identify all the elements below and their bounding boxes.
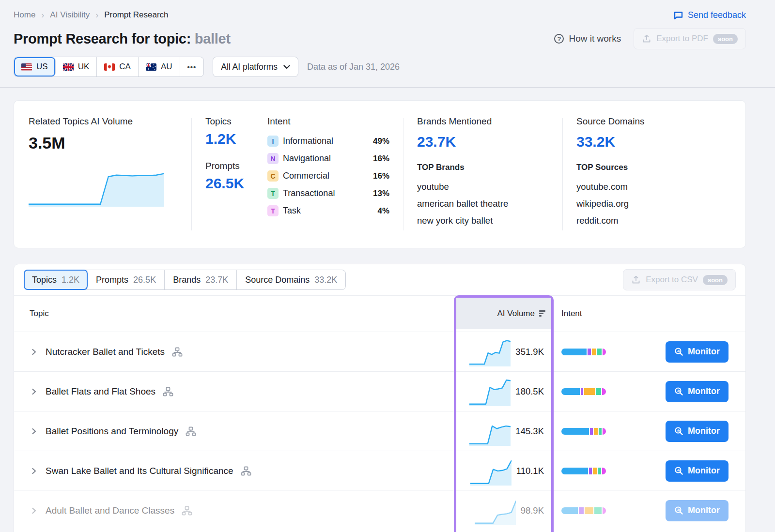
send-feedback-link[interactable]: Send feedback	[673, 10, 746, 20]
topic-name[interactable]: Ballet Positions and Terminology	[46, 426, 178, 437]
topic-name[interactable]: Nutcracker Ballet and Tickets	[46, 347, 165, 357]
topic-name[interactable]: Adult Ballet and Dance Classes	[46, 505, 174, 516]
intent-legend-row: NNavigational16%	[267, 153, 389, 164]
prompts-value: 26.5K	[205, 175, 267, 192]
source-domains-label: Source Domains	[576, 116, 731, 127]
topic-name[interactable]: Ballet Flats and Flat Shoes	[46, 386, 155, 397]
chat-bubble-icon	[673, 10, 683, 20]
intent-segment	[592, 349, 596, 355]
ai-platforms-dropdown[interactable]: All AI platforms	[213, 57, 298, 77]
country-tab-uk[interactable]: UK	[56, 57, 97, 76]
list-item: wikipedia.org	[576, 192, 731, 209]
breadcrumb-separator: ›	[41, 10, 44, 20]
expand-row-chevron-icon[interactable]	[30, 467, 38, 475]
ai-volume-sparkline	[470, 456, 512, 486]
ai-volume-value: 145.3K	[515, 426, 544, 437]
export-pdf-button[interactable]: Export to PDF soon	[634, 28, 746, 49]
country-tabs: USUKCAAU•••	[14, 57, 204, 77]
country-tab-us[interactable]: US	[14, 57, 56, 76]
intent-segment	[561, 428, 589, 435]
breadcrumb-current: Prompt Research	[104, 10, 168, 20]
table-tab-brands[interactable]: Brands23.7K	[165, 270, 237, 289]
list-item: youtube.com	[576, 175, 731, 192]
monitor-button[interactable]: Monitor	[666, 460, 728, 482]
table-row: Adult Ballet and Dance Classes98.9KMonit…	[14, 490, 745, 530]
question-circle-icon: ?	[554, 34, 564, 44]
upload-icon	[642, 34, 651, 44]
intent-segment	[593, 468, 597, 474]
intent-legend-row: CCommercial16%	[267, 170, 389, 182]
breadcrumb-home[interactable]: Home	[14, 10, 35, 20]
intent-segment	[602, 388, 606, 395]
table-row: Nutcracker Ballet and Tickets351.9KMonit…	[14, 332, 745, 371]
intent-segment	[599, 428, 602, 435]
intent-segment	[596, 388, 602, 395]
related-topics-value: 3.5M	[29, 134, 178, 152]
intent-name: Navigational	[283, 153, 373, 164]
divider	[403, 118, 403, 230]
intent-percent: 16%	[373, 154, 389, 164]
intent-distribution-bar	[561, 349, 606, 355]
monitor-button[interactable]: Monitor	[666, 341, 728, 363]
how-it-works-link[interactable]: ? How it works	[554, 33, 621, 44]
expand-row-chevron-icon[interactable]	[30, 506, 38, 515]
intent-badge-transactional: T	[267, 188, 279, 199]
intent-legend-row: TTransactional13%	[267, 188, 389, 199]
intent-percent: 16%	[373, 171, 389, 181]
data-as-of-label: Data as of Jan 31, 2026	[307, 62, 400, 72]
magnifier-chart-icon	[674, 466, 683, 475]
topic-network-icon	[186, 426, 196, 436]
table-body: Nutcracker Ballet and Tickets351.9KMonit…	[14, 332, 745, 530]
monitor-button[interactable]: Monitor	[666, 500, 728, 521]
ai-volume-sparkline	[469, 417, 511, 446]
column-header-topic[interactable]: Topic	[14, 309, 452, 319]
topic-name[interactable]: Swan Lake Ballet and Its Cultural Signif…	[46, 466, 233, 476]
ai-volume-sparkline	[475, 496, 516, 525]
intent-segment	[602, 468, 606, 474]
more-countries-button[interactable]: •••	[180, 57, 204, 76]
monitor-button[interactable]: Monitor	[666, 421, 728, 442]
intent-name: Task	[283, 206, 377, 216]
table-row: Ballet Flats and Flat Shoes180.5KMonitor	[14, 371, 745, 411]
column-header-intent[interactable]: Intent	[552, 309, 661, 319]
monitor-button[interactable]: Monitor	[666, 381, 728, 402]
country-tab-ca[interactable]: CA	[97, 57, 139, 76]
table-tab-source-domains[interactable]: Source Domains33.2K	[237, 270, 345, 289]
intent-percent: 49%	[373, 137, 389, 146]
page-title: Prompt Research for topic: ballet	[14, 31, 231, 47]
intent-legend: IInformational49%NNavigational16%CCommer…	[267, 136, 389, 216]
country-tab-au[interactable]: AU	[139, 57, 180, 76]
topic-network-icon	[163, 387, 173, 396]
source-domains-value: 33.2K	[576, 134, 731, 150]
expand-row-chevron-icon[interactable]	[30, 427, 38, 436]
intent-segment	[561, 507, 578, 514]
column-header-ai-volume[interactable]: AI Volume	[456, 298, 551, 329]
expand-row-chevron-icon[interactable]	[30, 387, 38, 396]
intent-segment	[597, 349, 602, 355]
table-tab-prompts[interactable]: Prompts26.5K	[88, 270, 165, 289]
breadcrumb-ai-visibility[interactable]: AI Visibility	[50, 10, 90, 20]
page-title-topic: ballet	[195, 31, 231, 46]
topics-value: 1.2K	[205, 131, 267, 147]
intent-distribution-bar	[561, 388, 606, 395]
table-tabs: Topics1.2KPrompts26.5KBrands23.7KSource …	[24, 270, 346, 290]
intent-percent: 13%	[373, 189, 389, 198]
intent-badge-informational: I	[267, 136, 279, 147]
expand-row-chevron-icon[interactable]	[30, 348, 38, 356]
topic-network-icon	[182, 506, 192, 516]
intent-percent: 4%	[377, 206, 389, 216]
intent-segment	[561, 388, 580, 395]
intent-segment	[589, 468, 592, 474]
top-bar: Home › AI Visibility › Prompt Research S…	[0, 0, 775, 88]
upload-icon	[631, 275, 641, 285]
intent-name: Commercial	[283, 171, 373, 181]
list-item: american ballet theatre	[417, 192, 549, 209]
export-csv-button[interactable]: Export to CSV soon	[623, 269, 736, 290]
top-brands-list: youtubeamerican ballet theatrenew york c…	[417, 175, 549, 226]
table-row: Ballet Positions and Terminology145.3KMo…	[14, 411, 745, 451]
related-topics-trend-chart	[29, 165, 178, 209]
intent-legend-row: IInformational49%	[267, 136, 389, 147]
intent-segment	[581, 388, 583, 395]
intent-segment	[603, 507, 606, 514]
table-tab-topics[interactable]: Topics1.2K	[24, 270, 88, 290]
